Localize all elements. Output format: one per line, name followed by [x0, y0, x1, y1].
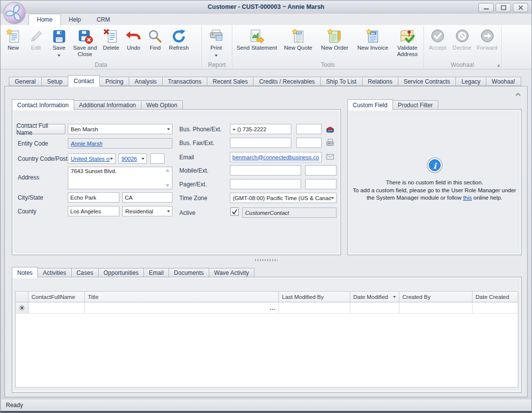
find-button[interactable]: Find — [144, 27, 166, 60]
country-value[interactable]: United States of — [71, 156, 110, 162]
email-field[interactable]: benmarch@connectedbusiness.com — [230, 152, 322, 162]
app-logo-icon[interactable] — [3, 1, 26, 25]
maximize-button[interactable] — [496, 3, 511, 12]
county-input[interactable] — [68, 206, 119, 216]
tab-contact-information[interactable]: Contact Information — [12, 99, 74, 110]
tab-documents[interactable]: Documents — [168, 268, 209, 277]
tab-web-option[interactable]: Web Option — [141, 100, 183, 110]
tab-woohaa[interactable]: Woohaa! — [486, 77, 521, 86]
city-input[interactable] — [68, 192, 119, 203]
bus-fax-ext-input[interactable] — [296, 138, 322, 148]
tab-custom-field[interactable]: Custom Field — [347, 99, 393, 110]
ribbon-tab-crm[interactable]: CRM — [89, 14, 118, 25]
column-header-date-created[interactable]: Date Created — [473, 292, 518, 302]
scroll-up-icon[interactable] — [166, 169, 169, 172]
new-row-cell-created-by[interactable] — [399, 302, 473, 313]
panel-collapse-chevron-icon[interactable] — [515, 89, 521, 98]
email-link[interactable]: benmarch@connectedbusiness.com — [232, 154, 319, 160]
save-and-close-button[interactable]: Save and Close — [71, 27, 99, 60]
tab-wave-activity[interactable]: Wave Activity — [209, 268, 254, 277]
tab-opportunities[interactable]: Opportunities — [98, 268, 144, 277]
minimize-button[interactable] — [478, 3, 494, 12]
tab-transactions[interactable]: Transactions — [162, 77, 207, 86]
tab-legacy[interactable]: Legacy — [455, 77, 486, 86]
tab-pricing[interactable]: Pricing — [99, 77, 129, 86]
column-header-created-by[interactable]: Created By — [399, 292, 473, 302]
tab-relations[interactable]: Relations — [362, 77, 398, 86]
ribbon-tab-home[interactable]: Home — [28, 14, 61, 25]
column-header-contactfullname[interactable]: ContactFullName — [28, 292, 85, 302]
residence-type-value: Residential — [125, 208, 167, 214]
ribbon-group-data: New Edit Save — [0, 26, 202, 69]
tab-product-filter[interactable]: Product Filter — [392, 100, 438, 110]
new-invoice-button[interactable]: NV New Invoice — [353, 27, 392, 60]
scroll-down-icon[interactable] — [166, 184, 169, 187]
group-expand-corner-icon[interactable] — [497, 64, 500, 67]
postal-code-value[interactable]: 90026 — [121, 156, 141, 162]
tab-general[interactable]: General — [9, 77, 42, 86]
bus-phone-input[interactable] — [230, 124, 291, 134]
delete-button[interactable]: Delete — [99, 27, 123, 60]
print-button[interactable]: Print — [203, 27, 229, 60]
online-help-link[interactable]: this — [463, 195, 472, 201]
postal-code-combobox[interactable]: 90026 — [118, 153, 147, 164]
phone-icon[interactable] — [326, 124, 335, 133]
mobile-ext-input[interactable] — [305, 165, 336, 176]
pager-ext-input[interactable] — [305, 179, 336, 189]
close-button[interactable] — [513, 3, 528, 12]
mobile-input[interactable] — [230, 165, 301, 176]
ribbon-tab-help[interactable]: Help — [61, 14, 89, 25]
new-row-cell-date-modified[interactable] — [350, 302, 399, 313]
country-combobox[interactable]: United States of — [68, 153, 115, 164]
new-row-cell-last-modified-by[interactable] — [279, 302, 350, 313]
postal-suffix-input[interactable] — [150, 153, 165, 164]
grid-new-row[interactable]: ✳ … — [16, 302, 518, 314]
undo-button[interactable]: Undo — [123, 27, 144, 60]
column-header-date-modified[interactable]: Date Modified — [350, 292, 399, 302]
entity-code-link[interactable]: Annie Marsh — [71, 141, 103, 147]
tab-activities[interactable]: Activities — [37, 268, 71, 277]
print-dropdown-arrow-icon[interactable] — [215, 52, 218, 58]
tab-notes[interactable]: Notes — [12, 267, 38, 278]
county-label: County — [18, 208, 36, 215]
state-input[interactable] — [122, 192, 172, 203]
residence-type-combobox[interactable]: Residential — [122, 206, 172, 216]
new-order-button[interactable]: New Order — [317, 27, 353, 60]
tab-contact[interactable]: Contact — [68, 75, 100, 87]
sort-arrow-icon[interactable] — [393, 296, 396, 298]
time-zone-combobox[interactable]: (GMT-08:00) Pacific Time (US & Canada); — [230, 193, 336, 203]
fax-icon[interactable] — [326, 138, 335, 147]
bus-phone-ext-input[interactable] — [296, 124, 322, 134]
active-checkbox[interactable] — [230, 207, 239, 216]
bus-fax-input[interactable] — [230, 138, 291, 148]
tab-setup[interactable]: Setup — [41, 77, 68, 86]
validate-address-button[interactable]: Validate Address — [392, 27, 422, 60]
address-textarea[interactable]: 7643 Sunset Blvd. — [68, 167, 172, 189]
tab-service-contracts[interactable]: Service Contracts — [398, 77, 456, 86]
horizontal-splitter[interactable] — [5, 257, 527, 262]
new-row-cell-contactfullname[interactable] — [28, 302, 85, 313]
save-dropdown-arrow-icon[interactable] — [57, 52, 60, 58]
new-row-cell-date-created[interactable] — [473, 302, 518, 313]
new-row-cell-title[interactable]: … — [85, 302, 279, 313]
send-statement-button[interactable]: Send Statement — [234, 27, 280, 60]
new-button[interactable]: New — [2, 27, 25, 60]
contact-full-name-combobox[interactable]: Ben Marsh — [68, 124, 172, 134]
pager-input[interactable] — [230, 179, 301, 189]
tab-credits-receivables[interactable]: Credits / Receivables — [253, 77, 320, 86]
tab-ship-to-list[interactable]: Ship To List — [320, 77, 363, 86]
tab-email[interactable]: Email — [143, 268, 169, 277]
tab-additional-information[interactable]: Additional Information — [74, 100, 141, 110]
email-icon[interactable] — [326, 152, 335, 161]
ellipsis-button[interactable]: … — [270, 305, 276, 311]
column-header-last-modified-by[interactable]: Last Modified By — [279, 292, 350, 302]
column-header-title[interactable]: Title — [85, 292, 279, 302]
contact-full-name-button[interactable]: Contact Full Name — [16, 124, 65, 134]
tab-cases[interactable]: Cases — [71, 268, 99, 277]
save-button[interactable]: Save — [47, 27, 71, 60]
tab-analysis[interactable]: Analysis — [129, 77, 163, 86]
tab-recent-sales[interactable]: Recent Sales — [207, 77, 253, 86]
button-label: Accept — [429, 45, 446, 51]
new-quote-button[interactable]: SQ New Quote — [280, 27, 316, 60]
refresh-button[interactable]: Refresh — [166, 27, 192, 60]
